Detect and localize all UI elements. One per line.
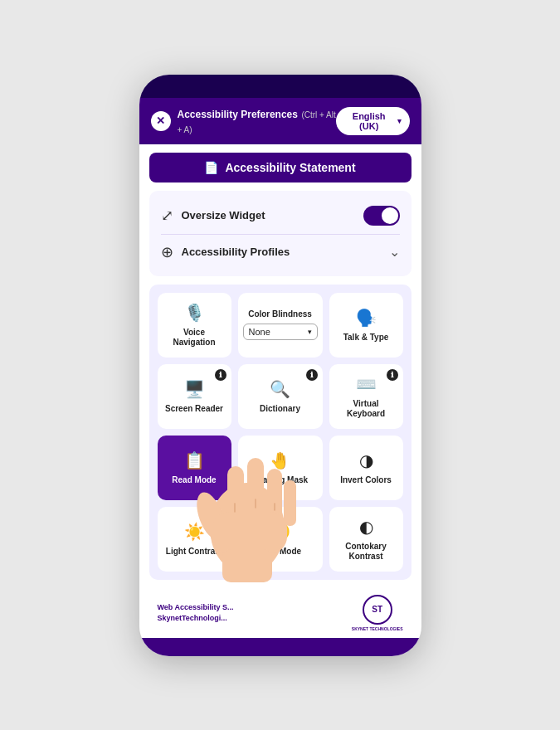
contokary-kontrast-icon: ◐: [359, 517, 373, 537]
color-blindness-selected: None: [249, 327, 270, 337]
info-badge: ℹ: [215, 369, 226, 381]
settings-panel: ⤢ Oversize Widget ⊕ Accessibility Profil…: [149, 191, 411, 276]
language-selector[interactable]: English (UK) ▾: [336, 107, 410, 135]
read-mode-item[interactable]: 📋 Read Mode: [158, 436, 231, 500]
profile-icon: ⊕: [161, 243, 173, 261]
read-mode-label: Read Mode: [172, 475, 216, 485]
accessibility-profiles-label: Accessibility Profiles: [182, 246, 290, 258]
light-contrast-icon: ☀️: [184, 522, 205, 542]
dark-mode-item[interactable]: 🌙 Dark Mode: [238, 507, 323, 572]
dictionary-label: Dictionary: [260, 404, 300, 414]
virtual-keyboard-label: Virtual Keyboard: [334, 399, 398, 419]
light-contrast-label: Light Contrast: [166, 547, 222, 557]
virtual-keyboard-icon: ⌨️: [356, 374, 377, 394]
screen-reader-item[interactable]: ℹ 🖥️ Screen Reader: [158, 364, 231, 429]
dark-mode-icon: 🌙: [270, 522, 290, 542]
invert-colors-item[interactable]: ◑ Invert Colors: [329, 436, 403, 500]
voice-navigation-icon: 🎙️: [184, 303, 205, 323]
phone-notch: [139, 75, 421, 98]
talk-type-icon: 🗣️: [356, 308, 377, 328]
logo-initials: ST: [372, 605, 382, 614]
invert-colors-label: Invert Colors: [340, 475, 392, 485]
footer-bar: Web Accessibility S... SkynetTechnologi.…: [149, 588, 411, 638]
phone-frame: ✕ Accessibility Preferences (Ctrl + Alt …: [139, 75, 421, 656]
features-grid-panel: 🎙️ Voice Navigation Color Blindness None…: [149, 285, 411, 580]
reading-mask-label: Reading Mask: [252, 475, 308, 485]
chevron-down-icon: ▾: [397, 117, 402, 125]
reading-mask-item[interactable]: 🤚 Reading Mask: [238, 436, 323, 500]
voice-navigation-label: Voice Navigation: [163, 328, 226, 348]
light-contrast-item[interactable]: ☀️ Light Contrast: [158, 507, 231, 572]
logo-company-name: SKYNET TECHNOLOGIES: [352, 626, 403, 631]
document-icon: 📄: [204, 161, 218, 174]
oversize-widget-row: ⤢ Oversize Widget: [161, 201, 400, 231]
dictionary-icon: 🔍: [270, 379, 290, 399]
dark-mode-label: Dark Mode: [259, 547, 301, 557]
chevron-down-icon: ⌄: [389, 244, 400, 260]
toggle-knob: [382, 207, 398, 224]
info-badge-keyboard: ℹ: [387, 369, 398, 381]
reading-mask-icon: 🤚: [270, 450, 290, 470]
voice-navigation-item[interactable]: 🎙️ Voice Navigation: [158, 293, 231, 358]
read-mode-icon: 📋: [184, 450, 205, 470]
phone-bottom-bar: [139, 638, 421, 656]
contokary-kontrast-label: Contokary Kontrast: [334, 542, 398, 562]
header-title: Accessibility Preferences: [178, 109, 298, 120]
talk-and-type-item[interactable]: 🗣️ Talk & Type: [329, 293, 403, 358]
footer-line1: Web Accessibility S...: [158, 602, 234, 613]
features-grid: 🎙️ Voice Navigation Color Blindness None…: [158, 293, 403, 572]
oversize-widget-toggle[interactable]: [363, 206, 400, 226]
select-chevron-icon: ▾: [308, 328, 312, 336]
header-left: ✕ Accessibility Preferences (Ctrl + Alt …: [151, 106, 336, 136]
accessibility-statement-label: Accessibility Statement: [225, 161, 355, 174]
invert-colors-icon: ◑: [359, 450, 373, 470]
virtual-keyboard-item[interactable]: ℹ ⌨️ Virtual Keyboard: [329, 364, 403, 429]
screen-reader-icon: 🖥️: [184, 379, 205, 399]
close-button[interactable]: ✕: [151, 111, 171, 131]
accessibility-profiles-row[interactable]: ⊕ Accessibility Profiles ⌄: [161, 238, 400, 266]
info-badge-dictionary: ℹ: [306, 369, 318, 381]
oversize-widget-label: Oversize Widget: [182, 209, 265, 221]
color-blindness-item: Color Blindness None ▾: [238, 293, 323, 358]
dictionary-item[interactable]: ℹ 🔍 Dictionary: [238, 364, 323, 429]
footer-line2: SkynetTechnologi...: [158, 613, 234, 624]
color-blindness-label: Color Blindness: [248, 309, 312, 319]
talk-and-type-label: Talk & Type: [343, 333, 389, 343]
contokary-kontrast-item[interactable]: ◐ Contokary Kontrast: [329, 507, 403, 572]
color-blindness-select[interactable]: None ▾: [243, 324, 318, 340]
company-logo: ST: [363, 595, 392, 625]
accessibility-statement-button[interactable]: 📄 Accessibility Statement: [149, 153, 411, 182]
screen-reader-label: Screen Reader: [165, 404, 223, 414]
header-bar: ✕ Accessibility Preferences (Ctrl + Alt …: [139, 98, 421, 144]
resize-icon: ⤢: [161, 207, 173, 225]
divider: [161, 234, 400, 235]
